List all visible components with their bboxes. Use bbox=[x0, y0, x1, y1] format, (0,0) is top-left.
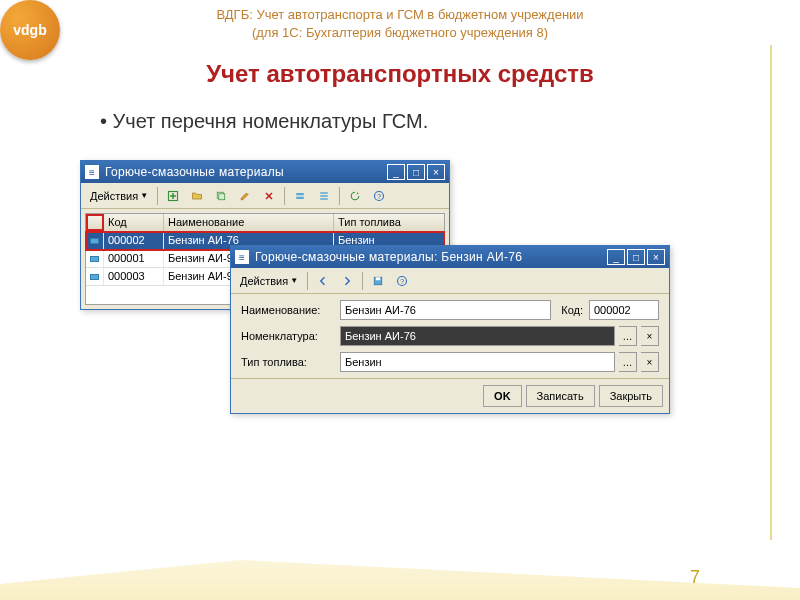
svg-rect-11 bbox=[320, 198, 328, 200]
copy-button[interactable] bbox=[210, 186, 232, 206]
help-button[interactable]: ? bbox=[391, 271, 413, 291]
code-label: Код: bbox=[561, 304, 583, 316]
separator bbox=[362, 272, 363, 290]
decor-stripe bbox=[770, 45, 772, 540]
separator bbox=[157, 187, 158, 205]
add-folder-button[interactable] bbox=[186, 186, 208, 206]
move-down-icon[interactable] bbox=[313, 186, 335, 206]
actions-menu[interactable]: Действия▼ bbox=[85, 186, 153, 206]
refresh-button[interactable] bbox=[344, 186, 366, 206]
chevron-down-icon: ▼ bbox=[290, 276, 298, 285]
svg-rect-4 bbox=[219, 193, 225, 199]
header-line2: (для 1С: Бухгалтерия бюджетного учрежден… bbox=[0, 24, 800, 42]
clear-button[interactable]: × bbox=[641, 326, 659, 346]
minimize-button[interactable]: _ bbox=[607, 249, 625, 265]
save-icon[interactable] bbox=[367, 271, 389, 291]
detail-window-title: Горюче-смазочные материалы: Бензин АИ-76 bbox=[255, 250, 605, 264]
chevron-down-icon: ▼ bbox=[140, 191, 148, 200]
close-button[interactable]: × bbox=[647, 249, 665, 265]
add-button[interactable] bbox=[162, 186, 184, 206]
list-toolbar: Действия▼ ? bbox=[81, 183, 449, 209]
code-field[interactable]: 000002 bbox=[589, 300, 659, 320]
svg-text:?: ? bbox=[377, 192, 381, 201]
ellipsis-button[interactable]: … bbox=[619, 352, 637, 372]
clear-button[interactable]: × bbox=[641, 352, 659, 372]
grid-header-code[interactable]: Код bbox=[104, 214, 164, 231]
ok-button[interactable]: OK bbox=[483, 385, 522, 407]
header-text: ВДГБ: Учет автотранспорта и ГСМ в бюджет… bbox=[0, 6, 800, 42]
grid-header-name[interactable]: Наименование bbox=[164, 214, 334, 231]
form-buttons: OK Записать Закрыть bbox=[231, 378, 669, 413]
help-button[interactable]: ? bbox=[368, 186, 390, 206]
svg-rect-7 bbox=[296, 193, 304, 195]
maximize-button[interactable]: □ bbox=[407, 164, 425, 180]
bullet-text: Учет перечня номенклатуры ГСМ. bbox=[100, 110, 428, 133]
page-title: Учет автотранспортных средств bbox=[0, 60, 800, 88]
save-button[interactable]: Записать bbox=[526, 385, 595, 407]
row-marker-icon bbox=[86, 250, 104, 267]
list-titlebar[interactable]: ≡ Горюче-смазочные материалы _ □ × bbox=[81, 161, 449, 183]
next-button[interactable] bbox=[336, 271, 358, 291]
actions-menu[interactable]: Действия▼ bbox=[235, 271, 303, 291]
decor-bottom bbox=[0, 540, 800, 600]
close-button[interactable]: Закрыть bbox=[599, 385, 663, 407]
fuel-field[interactable]: Бензин bbox=[340, 352, 615, 372]
separator bbox=[339, 187, 340, 205]
svg-rect-9 bbox=[320, 192, 328, 194]
prev-button[interactable] bbox=[312, 271, 334, 291]
minimize-button[interactable]: _ bbox=[387, 164, 405, 180]
svg-rect-8 bbox=[296, 196, 304, 198]
delete-button[interactable] bbox=[258, 186, 280, 206]
svg-text:?: ? bbox=[400, 277, 404, 286]
maximize-button[interactable]: □ bbox=[627, 249, 645, 265]
nomen-field[interactable]: Бензин АИ-76 bbox=[340, 326, 615, 346]
close-button[interactable]: × bbox=[427, 164, 445, 180]
list-window-icon: ≡ bbox=[85, 165, 99, 179]
svg-rect-15 bbox=[376, 277, 381, 280]
detail-form: Наименование: Бензин АИ-76 Код: 000002 Н… bbox=[231, 294, 669, 378]
list-window-title: Горюче-смазочные материалы bbox=[105, 165, 385, 179]
ellipsis-button[interactable]: … bbox=[619, 326, 637, 346]
detail-titlebar[interactable]: ≡ Горюче-смазочные материалы: Бензин АИ-… bbox=[231, 246, 669, 268]
edit-button[interactable] bbox=[234, 186, 256, 206]
grid-header-fuel[interactable]: Тип топлива bbox=[334, 214, 444, 231]
detail-toolbar: Действия▼ ? bbox=[231, 268, 669, 294]
svg-rect-10 bbox=[320, 195, 328, 197]
separator bbox=[284, 187, 285, 205]
row-marker-icon bbox=[86, 232, 104, 249]
page-number: 7 bbox=[690, 567, 700, 588]
nomen-label: Номенклатура: bbox=[241, 330, 336, 342]
detail-window-icon: ≡ bbox=[235, 250, 249, 264]
name-label: Наименование: bbox=[241, 304, 336, 316]
row-marker-icon bbox=[86, 268, 104, 285]
grid-header-marker bbox=[86, 214, 104, 231]
detail-window: ≡ Горюче-смазочные материалы: Бензин АИ-… bbox=[230, 245, 670, 414]
header-line1: ВДГБ: Учет автотранспорта и ГСМ в бюджет… bbox=[0, 6, 800, 24]
grid-header: Код Наименование Тип топлива bbox=[86, 214, 444, 232]
fuel-label: Тип топлива: bbox=[241, 356, 336, 368]
move-up-icon[interactable] bbox=[289, 186, 311, 206]
separator bbox=[307, 272, 308, 290]
name-field[interactable]: Бензин АИ-76 bbox=[340, 300, 551, 320]
